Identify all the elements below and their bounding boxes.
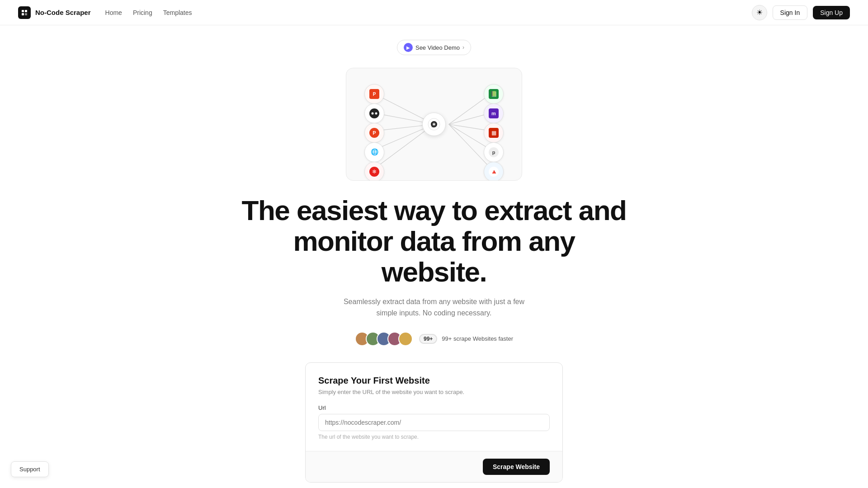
svg-rect-2 (22, 13, 24, 15)
brand-logo[interactable]: No-Code Scraper (18, 6, 91, 19)
url-field-label: Url (318, 404, 550, 411)
left-node-1: P (364, 84, 384, 104)
video-icon: ▶ (404, 43, 413, 52)
svg-text:🌐: 🌐 (371, 148, 379, 156)
right-node-3: ▦ (484, 123, 504, 143)
svg-text:m: m (491, 111, 496, 116)
chevron-right-icon: › (462, 44, 464, 51)
scrape-card-body: Scrape Your First Website Simply enter t… (306, 363, 562, 451)
svg-rect-0 (22, 10, 24, 12)
social-proof: 99+ 99+ scrape Websites faster (355, 332, 513, 346)
svg-text:❄: ❄ (372, 169, 377, 175)
svg-text:P: P (373, 92, 376, 97)
navbar-left: No-Code Scraper Home Pricing Templates (18, 6, 192, 19)
sun-icon: ☀ (756, 8, 763, 17)
brand-icon (18, 6, 31, 19)
svg-point-18 (375, 113, 377, 115)
integration-diagram: P P 🌐 ❄ 📗 m ▦ (346, 68, 522, 181)
hero-subtitle: Seamlessly extract data from any website… (339, 296, 529, 319)
right-node-2: m (484, 103, 504, 123)
scrape-card-title: Scrape Your First Website (318, 375, 550, 386)
signup-button[interactable]: Sign Up (813, 6, 850, 19)
social-proof-text: 99+ scrape Websites faster (442, 335, 513, 342)
nav-templates[interactable]: Templates (163, 9, 192, 16)
support-button[interactable]: Support (11, 461, 49, 477)
nav-pricing[interactable]: Pricing (133, 9, 152, 16)
left-node-2 (364, 103, 384, 123)
signin-button[interactable]: Sign In (773, 5, 808, 20)
avatar (398, 332, 413, 346)
right-node-5: 🔺 (484, 162, 504, 181)
svg-text:▦: ▦ (491, 130, 496, 136)
theme-toggle-button[interactable]: ☀ (752, 5, 767, 20)
scrape-card: Scrape Your First Website Simply enter t… (305, 362, 563, 483)
scrape-card-footer: Scrape Website (306, 451, 562, 482)
hero-title: The easiest way to extract and monitor d… (240, 195, 628, 288)
svg-point-16 (369, 108, 379, 118)
svg-text:P: P (373, 130, 376, 136)
svg-text:p: p (492, 150, 495, 155)
user-count-badge: 99+ (419, 334, 437, 344)
video-demo-badge[interactable]: ▶ See Video Demo › (397, 40, 471, 55)
navbar-right: ☀ Sign In Sign Up (752, 5, 850, 20)
left-node-3: P (364, 123, 384, 143)
svg-rect-3 (25, 13, 27, 15)
navbar: No-Code Scraper Home Pricing Templates ☀… (0, 0, 868, 25)
right-node-4: p (484, 142, 504, 162)
right-node-1: 📗 (484, 84, 504, 104)
scrape-card-description: Simply enter the URL of the website you … (318, 389, 550, 395)
nav-home[interactable]: Home (105, 9, 122, 16)
svg-point-17 (372, 113, 374, 115)
scrape-website-button[interactable]: Scrape Website (483, 459, 550, 475)
main-content: ▶ See Video Demo › P P (0, 25, 868, 488)
svg-text:📗: 📗 (491, 90, 497, 97)
video-demo-label: See Video Demo (415, 44, 460, 51)
svg-text:🔺: 🔺 (490, 168, 498, 176)
svg-point-26 (433, 123, 435, 125)
left-node-5: ❄ (364, 162, 384, 181)
left-node-4: 🌐 (364, 142, 384, 162)
center-node-ai (422, 113, 446, 136)
svg-rect-1 (25, 10, 27, 12)
brand-name: No-Code Scraper (35, 9, 91, 16)
url-field-hint: The url of the website you want to scrap… (318, 434, 550, 440)
url-input[interactable] (318, 414, 550, 431)
avatar-group (355, 332, 413, 346)
nav-links: Home Pricing Templates (105, 9, 192, 17)
